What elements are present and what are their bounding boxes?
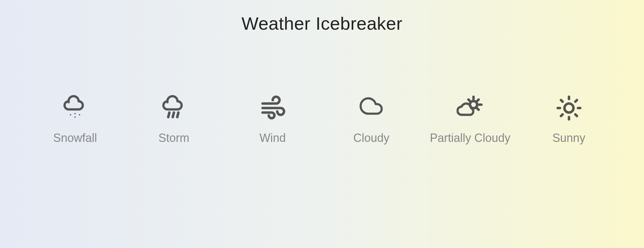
svg-line-12 <box>477 100 479 101</box>
weather-option-sunny[interactable]: Sunny <box>527 95 611 146</box>
partly-cloudy-icon <box>456 95 485 121</box>
svg-line-5 <box>173 113 174 117</box>
weather-option-label: Sunny <box>553 131 585 146</box>
svg-point-3 <box>79 114 80 115</box>
weather-option-label: Cloudy <box>353 131 389 146</box>
weather-option-label: Partially Cloudy <box>430 131 510 146</box>
sun-icon <box>554 95 583 121</box>
weather-option-storm[interactable]: Storm <box>132 95 216 146</box>
svg-point-0 <box>70 114 71 115</box>
svg-line-22 <box>561 114 563 116</box>
weather-option-wind[interactable]: Wind <box>231 95 315 146</box>
weather-option-label: Snowfall <box>53 131 97 146</box>
weather-option-label: Storm <box>158 131 189 146</box>
cloud-icon <box>357 95 386 121</box>
wind-icon <box>258 95 287 121</box>
weather-option-partially-cloudy[interactable]: Partially Cloudy <box>428 95 512 146</box>
weather-option-snowfall[interactable]: Snowfall <box>33 95 117 146</box>
svg-line-19 <box>575 114 577 116</box>
svg-line-13 <box>477 108 479 110</box>
rain-icon <box>159 95 188 121</box>
svg-line-14 <box>469 100 470 101</box>
weather-option-cloudy[interactable]: Cloudy <box>329 95 413 146</box>
svg-point-2 <box>74 113 76 114</box>
snow-icon <box>61 95 90 121</box>
svg-line-4 <box>168 113 169 117</box>
svg-point-15 <box>564 104 573 113</box>
svg-line-23 <box>575 100 577 102</box>
page-title: Weather Icebreaker <box>0 0 644 34</box>
svg-line-18 <box>561 100 563 102</box>
svg-point-1 <box>74 116 76 118</box>
weather-option-label: Wind <box>260 131 286 146</box>
svg-line-6 <box>177 113 178 117</box>
weather-options-row: Snowfall Storm Wind Clo <box>0 95 644 146</box>
